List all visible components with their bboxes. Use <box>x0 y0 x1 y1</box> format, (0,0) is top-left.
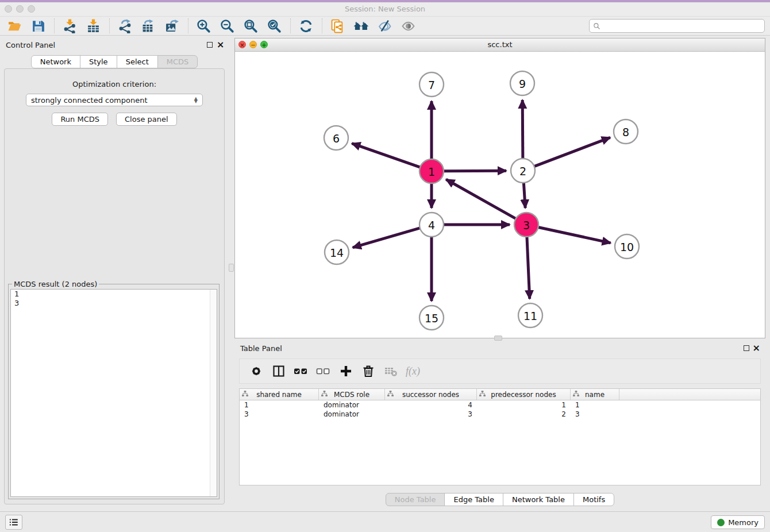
node-14[interactable]: 14 <box>325 240 349 264</box>
hide-selected-button[interactable] <box>376 17 393 34</box>
import-network-button[interactable] <box>61 17 78 34</box>
table-cell: 1 <box>571 401 619 409</box>
node-2[interactable]: 2 <box>511 159 535 183</box>
edge-3-10[interactable] <box>538 227 611 242</box>
table-cell: 4 <box>385 401 477 409</box>
control-panel: Control Panel × NetworkStyleSelectMCDS O… <box>0 36 229 509</box>
import-table-button[interactable] <box>84 17 102 34</box>
svg-text:9: 9 <box>519 78 526 90</box>
svg-text:7: 7 <box>428 79 435 91</box>
import-table-icon <box>86 19 101 33</box>
selected-criterion: strongly connected component <box>31 96 194 105</box>
refresh-button[interactable] <box>297 17 314 34</box>
table-tabs: Node TableEdge TableNetwork TableMotifs <box>234 493 765 506</box>
node-1[interactable]: 1 <box>419 159 444 183</box>
tab-motifs[interactable]: Motifs <box>573 493 614 506</box>
table-cell: 3 <box>571 410 619 418</box>
horizontal-splitter-handle[interactable] <box>494 336 502 341</box>
column-header-MCDS-role[interactable]: MCDS role <box>319 389 385 400</box>
search-input[interactable] <box>603 21 761 31</box>
edge-1-2[interactable] <box>444 171 506 171</box>
close-panel-icon[interactable]: × <box>217 41 224 48</box>
optimization-criterion-label: Optimization criterion: <box>5 80 224 88</box>
float-panel-icon[interactable] <box>207 42 213 48</box>
zoom-selected-button[interactable] <box>265 17 283 34</box>
memory-button[interactable]: Memory <box>711 515 765 529</box>
tab-edge-table[interactable]: Edge Table <box>444 493 503 506</box>
zoom-in-button[interactable] <box>195 17 212 34</box>
status-bar: Memory <box>0 511 770 532</box>
node-7[interactable]: 7 <box>419 72 444 97</box>
task-history-button[interactable] <box>5 515 22 530</box>
open-session-button[interactable] <box>6 17 23 34</box>
table-row[interactable]: 3dominator323 <box>240 410 760 419</box>
zoom-out-button[interactable] <box>218 17 236 34</box>
result-scrollbar[interactable] <box>210 290 217 496</box>
add-row-button[interactable] <box>337 363 355 379</box>
svg-text:11: 11 <box>523 310 537 322</box>
node-15[interactable]: 15 <box>419 306 444 330</box>
node-4[interactable]: 4 <box>419 213 444 237</box>
node-3[interactable]: 3 <box>514 213 538 237</box>
network-document-icon <box>330 19 345 33</box>
main-toolbar <box>0 17 770 36</box>
sort-hierarchy-icon <box>573 391 579 399</box>
export-table-button[interactable] <box>140 17 157 34</box>
svg-text:2: 2 <box>519 165 526 178</box>
show-all-button[interactable] <box>399 17 417 34</box>
memory-status-icon <box>717 519 725 526</box>
close-panel-button[interactable]: Close panel <box>116 113 177 126</box>
select-all-button[interactable] <box>292 363 310 379</box>
zoom-fit-button[interactable] <box>242 17 259 34</box>
edge-2-9[interactable] <box>522 100 523 159</box>
edge-3-1[interactable] <box>446 179 515 218</box>
tab-network[interactable]: Network <box>31 55 80 68</box>
edge-1-6[interactable] <box>352 144 420 168</box>
edge-2-3[interactable] <box>523 183 525 208</box>
column-header-shared-name[interactable]: shared name <box>240 389 319 400</box>
table-row[interactable]: 1dominator411 <box>240 400 760 410</box>
clear-selection-button[interactable] <box>315 363 332 379</box>
column-header-successor-nodes[interactable]: successor nodes <box>385 389 477 400</box>
edge-3-11[interactable] <box>527 237 530 299</box>
export-image-button[interactable] <box>163 17 180 34</box>
save-session-button[interactable] <box>29 17 47 34</box>
control-panel-title: Control Panel <box>6 41 55 49</box>
first-neighbors-button[interactable] <box>352 17 369 34</box>
refresh-icon <box>299 19 313 33</box>
sort-hierarchy-icon <box>242 391 248 399</box>
tab-select[interactable]: Select <box>117 55 158 68</box>
export-network-button[interactable] <box>116 17 133 34</box>
eye-icon <box>401 19 415 33</box>
network-canvas[interactable]: 1234678910111415 <box>235 51 765 338</box>
new-network-from-selection-button[interactable] <box>329 17 346 34</box>
open-folder-icon <box>7 19 22 33</box>
close-table-panel-icon[interactable]: × <box>753 345 760 352</box>
node-9[interactable]: 9 <box>510 71 534 95</box>
node-10[interactable]: 10 <box>615 234 639 259</box>
tab-network-table[interactable]: Network Table <box>503 493 574 506</box>
tab-mcds[interactable]: MCDS <box>157 55 198 68</box>
tab-style[interactable]: Style <box>80 55 117 68</box>
import-network-icon <box>63 19 77 33</box>
node-6[interactable]: 6 <box>324 126 348 150</box>
application-window: Session: New Session Control Panel × <box>0 0 770 532</box>
vertical-splitter-handle[interactable] <box>229 264 234 272</box>
optimization-criterion-select[interactable]: strongly connected component ▲▼ <box>26 94 203 106</box>
column-header-name[interactable]: name <box>571 389 619 400</box>
run-mcds-button[interactable]: Run MCDS <box>52 113 108 126</box>
edge-4-14[interactable] <box>353 228 420 248</box>
split-table-button[interactable] <box>270 363 287 379</box>
tab-node-table[interactable]: Node Table <box>386 493 445 506</box>
column-header-predecessor-nodes[interactable]: predecessor nodes <box>477 389 571 400</box>
node-11[interactable]: 11 <box>518 303 542 327</box>
sort-hierarchy-icon <box>479 391 486 399</box>
node-8[interactable]: 8 <box>614 119 638 144</box>
float-table-panel-icon[interactable] <box>744 345 749 351</box>
delete-row-button[interactable] <box>360 363 377 379</box>
search-field-container <box>589 19 765 33</box>
zoom-fit-icon <box>244 19 258 33</box>
column-settings-button[interactable] <box>248 363 265 379</box>
svg-text:4: 4 <box>428 219 435 232</box>
edge-2-8[interactable] <box>534 137 610 166</box>
